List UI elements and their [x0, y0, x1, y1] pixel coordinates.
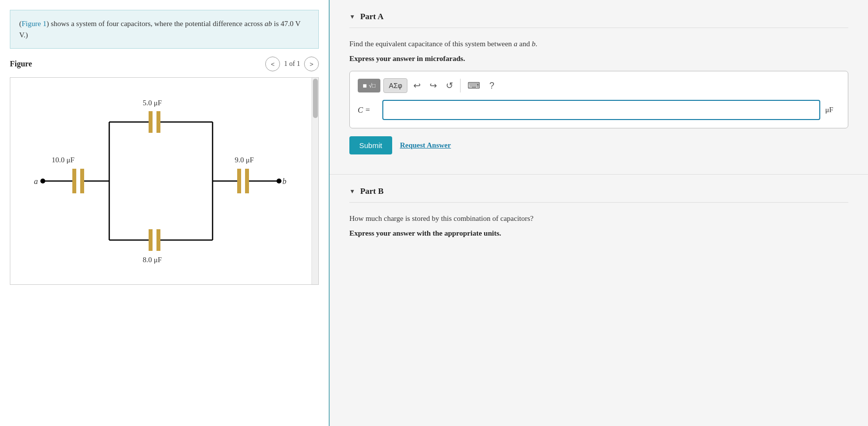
svg-rect-7 [149, 111, 153, 133]
variable-ab: ab [265, 20, 272, 28]
svg-rect-8 [156, 111, 160, 133]
answer-box-a: ■ √□ ΑΣφ ↩ ↪ ↺ ⌨ ? C = [349, 71, 848, 128]
part-a-section: ▼ Part A Find the equivalent capacitance… [330, 0, 868, 170]
svg-rect-17 [237, 169, 241, 193]
toolbar-a: ■ √□ ΑΣφ ↩ ↪ ↺ ⌨ ? [358, 78, 840, 93]
part-a-title: Part A [360, 12, 384, 22]
svg-point-22 [277, 179, 281, 183]
reset-button[interactable]: ↺ [443, 78, 456, 93]
help-button[interactable]: ? [486, 79, 497, 93]
figure-title: Figure [10, 60, 32, 68]
svg-rect-12 [156, 229, 160, 251]
svg-rect-11 [149, 229, 153, 251]
left-panel: (Figure 1) shows a system of four capaci… [0, 0, 330, 426]
part-b-title: Part B [360, 186, 384, 196]
symbol-label: ΑΣφ [389, 82, 402, 90]
part-b-header: ▼ Part B [349, 186, 848, 203]
svg-rect-1 [72, 169, 76, 193]
svg-text:a: a [34, 177, 38, 185]
keyboard-button[interactable]: ⌨ [465, 78, 483, 93]
part-a-description: Find the equivalent capacitance of this … [349, 38, 848, 50]
part-b-section: ▼ Part B How much charge is stored by th… [330, 175, 868, 257]
part-b-instruction: Express your answer with the appropriate… [349, 229, 848, 238]
svg-text:9.0 μF: 9.0 μF [235, 156, 254, 164]
part-a-instruction: Express your answer in microfarads. [349, 55, 848, 63]
answer-input-a[interactable] [382, 100, 820, 120]
scrollbar-track[interactable] [311, 78, 318, 284]
svg-text:8.0 μF: 8.0 μF [143, 256, 162, 264]
svg-text:b: b [282, 177, 286, 185]
circuit-diagram: a b 5.0 μF 10.0 μF 9.0 μF 8.0 μF [23, 83, 299, 279]
answer-row-a: C = μF [358, 100, 840, 120]
toolbar-separator [460, 79, 461, 92]
undo-button[interactable]: ↩ [410, 78, 424, 93]
scrollbar-thumb [313, 79, 318, 118]
redo-button[interactable]: ↪ [427, 78, 440, 93]
svg-rect-18 [245, 169, 249, 193]
part-b-body: How much charge is stored by this combin… [349, 211, 848, 238]
sqrt-icon: √□ [369, 82, 375, 89]
svg-text:10.0 μF: 10.0 μF [52, 156, 74, 164]
math-template-button[interactable]: ■ √□ [358, 79, 380, 92]
part-a-chevron[interactable]: ▼ [349, 13, 355, 21]
problem-statement: (Figure 1) shows a system of four capaci… [10, 10, 319, 49]
next-figure-button[interactable]: > [304, 57, 319, 71]
svg-rect-2 [80, 169, 84, 193]
right-panel: ▼ Part A Find the equivalent capacitance… [330, 0, 868, 426]
answer-unit-a: μF [825, 106, 840, 114]
submit-button-a[interactable]: Submit [349, 136, 392, 154]
symbol-button[interactable]: ΑΣφ [383, 78, 407, 93]
figure-section: Figure < 1 of 1 > [0, 57, 329, 295]
part-b-chevron[interactable]: ▼ [349, 188, 355, 195]
part-a-header: ▼ Part A [349, 12, 848, 28]
math-icon: ■ [363, 82, 367, 90]
request-answer-link-a[interactable]: Request Answer [400, 141, 451, 150]
svg-text:5.0 μF: 5.0 μF [143, 99, 162, 107]
figure-nav: < 1 of 1 > [265, 57, 319, 71]
prev-figure-button[interactable]: < [265, 57, 280, 71]
figure-box: a b 5.0 μF 10.0 μF 9.0 μF 8.0 μF [10, 77, 319, 285]
page-indicator: 1 of 1 [284, 60, 300, 68]
answer-label-c: C = [358, 106, 377, 115]
problem-text-1: ) shows a system of four capacitors, whe… [46, 20, 264, 28]
figure-link[interactable]: Figure 1 [22, 20, 46, 28]
part-b-description: How much charge is stored by this combin… [349, 213, 848, 224]
figure-header: Figure < 1 of 1 > [10, 57, 319, 71]
action-row-a: Submit Request Answer [349, 136, 848, 154]
part-a-body: Find the equivalent capacitance of this … [349, 36, 848, 154]
svg-point-20 [40, 179, 45, 183]
